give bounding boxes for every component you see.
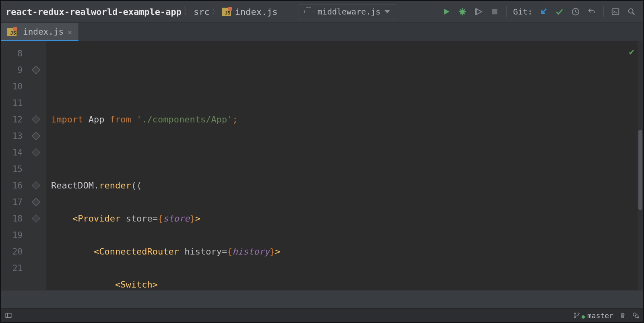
line-number[interactable]: 12 (1, 111, 23, 128)
svg-point-4 (629, 9, 633, 13)
scrollbar-thumb[interactable] (638, 130, 642, 210)
svg-rect-10 (621, 316, 624, 318)
nodejs-icon (304, 7, 314, 17)
line-number[interactable]: 11 (1, 95, 23, 111)
run-configuration-name: middleware.js (318, 7, 381, 17)
svg-point-7 (574, 317, 576, 318)
navigation-toolbar: react-redux-realworld-example-app 〉 src … (1, 1, 643, 23)
svg-rect-5 (6, 313, 11, 318)
run-with-coverage-button[interactable] (472, 5, 485, 19)
editor-tab[interactable]: JS index.js ✕ (1, 23, 79, 41)
line-number[interactable]: 15 (1, 161, 23, 177)
git-commit-button[interactable] (553, 5, 566, 19)
fold-marker-icon[interactable] (31, 148, 40, 157)
git-branch-name: master (587, 311, 613, 320)
crumb-file[interactable]: index.js (235, 7, 278, 17)
fold-marker-icon[interactable] (31, 115, 40, 124)
fold-marker-icon[interactable] (31, 132, 40, 140)
debug-button[interactable] (456, 5, 469, 19)
line-number[interactable]: 21 (1, 260, 23, 276)
undo-button[interactable] (585, 5, 599, 19)
status-bar: master (1, 308, 643, 322)
vertical-scrollbar[interactable] (638, 41, 643, 290)
git-update-button[interactable] (537, 5, 550, 19)
open-terminal-button[interactable] (609, 5, 622, 19)
editor: 8 9 10 11 12 13 14 15 16 17 18 19 20 21 … (1, 41, 643, 290)
line-number[interactable]: 10 (1, 78, 23, 95)
line-number[interactable]: 19 (1, 227, 23, 243)
chevron-right-icon: 〉 (183, 6, 192, 18)
line-number[interactable]: 18 (1, 210, 23, 227)
svg-rect-3 (612, 9, 619, 15)
run-configuration-select[interactable]: middleware.js (299, 4, 396, 19)
toolbar-divider (603, 6, 604, 17)
search-everywhere-button[interactable] (625, 5, 638, 19)
run-button[interactable] (440, 5, 453, 19)
line-number[interactable]: 14 (1, 144, 23, 161)
crumb-project[interactable]: react-redux-realworld-example-app (6, 7, 182, 17)
toolbar-divider (506, 6, 507, 17)
svg-point-13 (638, 317, 639, 318)
inspection-widget[interactable] (619, 312, 626, 319)
line-number[interactable]: 13 (1, 128, 23, 144)
code-area[interactable]: ✔ import App from './components/App'; Re… (45, 41, 638, 290)
stop-button[interactable] (488, 5, 502, 19)
line-number[interactable]: 20 (1, 243, 23, 260)
svg-point-8 (578, 313, 579, 314)
background-tasks-widget[interactable] (632, 312, 639, 319)
tab-title: index.js (23, 27, 64, 37)
svg-rect-1 (492, 9, 497, 14)
line-number[interactable]: 8 (1, 45, 23, 62)
git-branch-widget[interactable]: master (573, 311, 613, 320)
line-number-gutter[interactable]: 8 9 10 11 12 13 14 15 16 17 18 19 20 21 (1, 41, 27, 290)
editor-tabs: JS index.js ✕ (1, 23, 643, 41)
fold-marker-icon[interactable] (31, 181, 40, 190)
tool-windows-toggle[interactable] (5, 312, 12, 319)
fold-marker-icon[interactable] (31, 214, 40, 223)
inspection-ok-icon[interactable]: ✔ (629, 43, 634, 60)
line-number[interactable]: 16 (1, 177, 23, 194)
fold-gutter[interactable] (27, 41, 45, 290)
fold-marker-icon[interactable] (31, 198, 40, 206)
javascript-file-icon: JS (7, 28, 17, 36)
crumb-folder[interactable]: src (194, 7, 210, 17)
chevron-right-icon: 〉 (211, 6, 220, 18)
git-history-button[interactable] (569, 5, 582, 19)
chevron-down-icon (384, 10, 390, 13)
git-label: Git: (513, 7, 533, 17)
fold-marker-icon[interactable] (31, 66, 40, 74)
close-icon[interactable]: ✕ (68, 28, 72, 36)
line-number[interactable]: 9 (1, 62, 23, 78)
line-number[interactable]: 17 (1, 194, 23, 210)
breadcrumb[interactable]: react-redux-realworld-example-app 〉 src … (6, 6, 278, 18)
svg-point-6 (574, 313, 576, 314)
tool-window-bar[interactable] (1, 290, 643, 308)
javascript-file-icon: JS (222, 8, 231, 16)
